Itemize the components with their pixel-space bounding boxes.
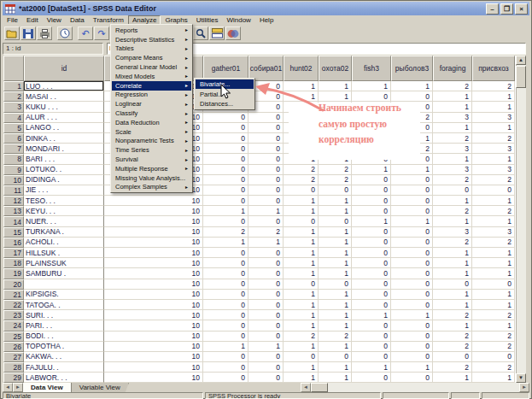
grid-cell[interactable]: 1 [284,310,319,320]
grid-cell[interactable]: 1 [203,206,248,216]
row-header[interactable]: 3 [3,102,24,112]
tab-variable-view[interactable]: Variable View [72,383,129,392]
grid-cell[interactable]: 1 [472,248,515,258]
grid-cell[interactable]: 1 [391,216,433,226]
vertical-scroll-thumb[interactable] [516,66,526,88]
grid-cell[interactable]: 0 [203,258,248,268]
grid-cell[interactable]: 2 [472,175,515,185]
grid-cell[interactable]: 0 [352,206,391,216]
grid-cell[interactable]: 2 [433,342,472,352]
submenu-item-distances[interactable]: Distances... [196,99,254,109]
grid-cell[interactable]: 2 [472,362,515,373]
grid-cell[interactable]: 1 [433,268,472,279]
print-icon[interactable] [37,26,52,40]
grid-cell[interactable]: 2 [472,342,515,352]
row-header[interactable]: 26 [3,342,24,352]
vertical-scrollbar[interactable]: ▲ ▼ [516,56,526,383]
grid-cell[interactable]: 2 [472,332,515,342]
grid-cell[interactable]: 1 [472,258,515,268]
grid-cell[interactable]: 0 [433,352,472,362]
row-header[interactable]: 28 [3,362,24,373]
grid-corner[interactable] [3,56,24,81]
grid-cell[interactable]: 0 [391,300,433,310]
grid-cell[interactable]: 2 [433,238,472,248]
row-header[interactable]: 23 [3,310,24,320]
grid-cell[interactable]: SURI. . . [24,310,104,320]
grid-cell[interactable]: 1 [284,206,319,216]
grid-cell[interactable]: 1 [433,320,472,331]
grid-cell[interactable]: 0 [203,175,248,185]
grid-cell[interactable]: 1 [352,216,391,226]
grid-cell[interactable]: 0 [248,352,284,362]
grid-cell[interactable]: 0 [319,216,352,226]
grid-cell[interactable]: 0 [248,165,284,175]
row-header[interactable]: 24 [3,320,24,331]
grid-cell[interactable]: 10 [104,352,203,362]
grid-cell[interactable]: 1 [284,362,319,373]
row-header[interactable]: 12 [3,196,24,206]
horizontal-scrollbar[interactable]: ◄ ► [301,383,529,392]
grid-cell[interactable]: 2 [203,227,248,238]
grid-cell[interactable]: MONDARI . [24,144,104,154]
grid-cell[interactable]: 1 [319,238,352,248]
grid-cell[interactable]: 2 [472,310,515,320]
grid-cell[interactable]: 1 [319,258,352,268]
menu-item-missing-value-analysis[interactable]: Missing Value Analysis... [112,173,191,183]
grid-cell[interactable]: 0 [391,268,433,279]
grid-cell[interactable] [24,279,104,290]
grid-cell[interactable]: 1 [472,290,515,300]
menu-window[interactable]: Window [222,15,254,25]
grid-cell[interactable]: HILLSUK . [24,248,104,258]
grid-cell[interactable]: PARI. . . [24,320,104,331]
close-button[interactable]: × [515,3,528,15]
grid-cell[interactable]: 3 [433,165,472,175]
grid-cell[interactable]: 0 [248,300,284,310]
dialog-recall-icon[interactable] [57,26,73,40]
menu-item-mixed-models[interactable]: Mixed Models► [112,72,191,81]
grid-cell[interactable]: 1 [472,196,515,206]
grid-cell[interactable]: 0 [203,196,248,206]
grid-cell[interactable]: 2 [433,175,472,185]
grid-cell[interactable]: 0 [203,185,248,196]
scroll-right-icon[interactable]: ► [519,383,529,392]
grid-cell[interactable]: 10 [104,342,203,352]
menu-item-descriptive-statistics[interactable]: Descriptive Statistics► [112,35,191,44]
grid-cell[interactable]: 10 [104,258,203,268]
grid-cell[interactable]: 0 [203,310,248,320]
grid-cell[interactable]: 0 [352,248,391,258]
tab-data-view[interactable]: Data View [23,383,72,392]
grid-cell[interactable]: 0 [319,352,352,362]
grid-cell[interactable]: 0 [203,133,248,144]
row-header[interactable]: 6 [3,133,24,144]
grid-cell[interactable]: LOTUKO. . [24,165,104,175]
grid-cell[interactable]: 0 [248,373,284,383]
grid-cell[interactable]: 2 [472,81,515,91]
tab-scroll-left-icon[interactable]: ◄ [3,383,13,392]
grid-cell[interactable]: 1 [319,268,352,279]
grid-cell[interactable]: KIPSIGIS. [24,290,104,300]
grid-cell[interactable]: 0 [203,268,248,279]
grid-cell[interactable]: 0 [352,342,391,352]
row-header[interactable]: 4 [3,113,24,123]
find-icon[interactable] [193,26,208,40]
grid-cell[interactable]: 0 [248,144,284,154]
grid-cell[interactable]: 1 [472,154,515,164]
grid-cell[interactable]: 0 [248,332,284,342]
row-header[interactable]: 29 [3,373,24,383]
scroll-left-icon[interactable]: ◄ [301,383,311,392]
grid-cell[interactable]: 1 [248,238,284,248]
grid-cell[interactable]: 0 [352,352,391,362]
grid-cell[interactable]: 2 [433,133,472,144]
column-header-охота02[interactable]: охота02 [319,56,352,81]
grid-cell[interactable]: 1 [203,238,248,248]
grid-cell[interactable]: 0 [352,268,391,279]
row-header[interactable]: 25 [3,332,24,342]
grid-cell[interactable]: 0 [391,373,433,383]
minimize-button[interactable]: – [486,3,499,15]
row-header[interactable]: 17 [3,248,24,258]
menu-item-loglinear[interactable]: Loglinear► [112,99,191,109]
grid-cell[interactable]: 0 [248,185,284,196]
grid-cell[interactable]: 1 [319,373,352,383]
menu-item-regression[interactable]: Regression► [112,91,191,100]
grid-cell[interactable]: 0 [391,248,433,258]
